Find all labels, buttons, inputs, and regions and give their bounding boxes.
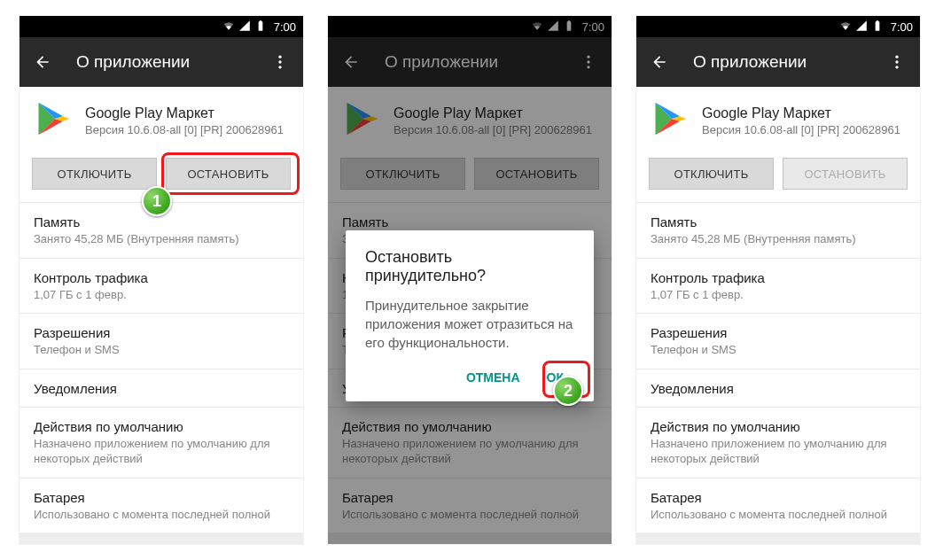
svg-point-1 <box>278 60 281 63</box>
wifi-icon <box>222 19 235 35</box>
play-store-icon <box>651 99 690 142</box>
battery-icon <box>254 19 267 35</box>
row-title: Действия по умолчанию <box>651 419 906 434</box>
step-badge-1: 1 <box>142 186 172 216</box>
row-data-usage[interactable]: Контроль трафика 1,07 ГБ с 1 февр. <box>636 258 920 314</box>
row-notifications[interactable]: Уведомления <box>636 369 920 407</box>
row-title: Батарея <box>34 490 289 505</box>
row-sub: Занято 45,28 МБ (Внутренняя память) <box>34 231 289 247</box>
app-version: Версия 10.6.08-all [0] [PR] 200628961 <box>702 123 900 136</box>
back-icon[interactable] <box>34 53 51 71</box>
dialog-cancel-button[interactable]: ОТМЕНА <box>456 362 531 393</box>
clock-text: 7:00 <box>274 20 296 34</box>
row-title: Уведомления <box>34 381 289 396</box>
svg-point-2 <box>278 66 281 68</box>
row-battery[interactable]: Батарея Использовано с момента последней… <box>636 478 920 533</box>
app-header: Google Play Маркет Версия 10.6.08-all [0… <box>19 87 303 152</box>
battery-icon <box>871 19 884 35</box>
overflow-icon[interactable] <box>271 53 289 71</box>
statusbar: 7:00 <box>19 16 303 37</box>
row-title: Контроль трафика <box>651 270 906 285</box>
row-defaults[interactable]: Действия по умолчанию Назначено приложен… <box>636 407 920 478</box>
row-sub: Назначено приложением по умолчанию для н… <box>651 436 906 467</box>
screen-1: 7:00 О приложении Google Play Маркет Вер… <box>19 16 303 544</box>
svg-point-8 <box>895 66 898 68</box>
screen-2: 7:00 О приложении Google Play Маркет Вер… <box>328 16 612 544</box>
actionbar: О приложении <box>636 37 920 87</box>
row-battery[interactable]: Батарея Использовано с момента последней… <box>19 478 303 533</box>
force-stop-button: ОСТАНОВИТЬ <box>783 158 908 190</box>
overflow-icon[interactable] <box>888 53 906 71</box>
dialog-title: Остановить принудительно? <box>365 248 574 285</box>
row-sub: 1,07 ГБ с 1 февр. <box>651 287 906 303</box>
svg-point-6 <box>895 56 898 58</box>
row-defaults[interactable]: Действия по умолчанию Назначено приложен… <box>19 407 303 478</box>
page-title: О приложении <box>693 52 863 72</box>
svg-point-7 <box>895 60 898 63</box>
row-title: Контроль трафика <box>34 270 289 285</box>
row-permissions[interactable]: Разрешения Телефон и SMS <box>19 313 303 369</box>
row-sub: Назначено приложением по умолчанию для н… <box>34 436 289 467</box>
svg-point-0 <box>278 56 281 58</box>
actionbar: О приложении <box>19 37 303 87</box>
clock-text: 7:00 <box>891 20 913 34</box>
app-version: Версия 10.6.08-all [0] [PR] 200628961 <box>85 123 284 136</box>
row-permissions[interactable]: Разрешения Телефон и SMS <box>636 313 920 369</box>
page-title: О приложении <box>76 52 246 72</box>
wifi-icon <box>839 19 852 35</box>
button-row: ОТКЛЮЧИТЬ ОСТАНОВИТЬ <box>636 152 920 202</box>
signal-icon <box>238 19 251 35</box>
signal-icon <box>855 19 868 35</box>
app-name: Google Play Маркет <box>85 105 284 121</box>
screen-3: 7:00 О приложении Google Play Маркет Вер… <box>636 16 920 544</box>
step-badge-2: 2 <box>553 376 583 406</box>
row-title: Память <box>34 214 289 229</box>
row-data-usage[interactable]: Контроль трафика 1,07 ГБ с 1 февр. <box>19 258 303 314</box>
force-stop-dialog: Остановить принудительно? Принудительное… <box>346 230 594 401</box>
row-notifications[interactable]: Уведомления <box>19 369 303 407</box>
back-icon[interactable] <box>651 53 668 71</box>
row-sub: Использовано с момента последней полной <box>651 507 906 523</box>
force-stop-button[interactable]: ОСТАНОВИТЬ <box>166 158 291 190</box>
row-title: Разрешения <box>651 325 906 340</box>
row-title: Уведомления <box>651 381 906 396</box>
row-title: Память <box>651 214 906 229</box>
row-sub: Телефон и SMS <box>651 342 906 358</box>
row-title: Действия по умолчанию <box>34 419 289 434</box>
row-title: Батарея <box>651 490 906 505</box>
app-header: Google Play Маркет Версия 10.6.08-all [0… <box>636 87 920 152</box>
row-memory[interactable]: Память Занято 45,28 МБ (Внутренняя памят… <box>636 202 920 258</box>
disable-button[interactable]: ОТКЛЮЧИТЬ <box>32 158 157 190</box>
row-sub: Использовано с момента последней полной <box>34 507 289 523</box>
disable-button[interactable]: ОТКЛЮЧИТЬ <box>649 158 774 190</box>
row-sub: Занято 45,28 МБ (Внутренняя память) <box>651 231 906 247</box>
play-store-icon <box>34 99 73 142</box>
row-sub: Телефон и SMS <box>34 342 289 358</box>
row-sub: 1,07 ГБ с 1 февр. <box>34 287 289 303</box>
app-name: Google Play Маркет <box>702 105 900 121</box>
row-title: Разрешения <box>34 325 289 340</box>
statusbar: 7:00 <box>636 16 920 37</box>
dialog-body: Принудительное закрытие приложения может… <box>365 296 574 352</box>
